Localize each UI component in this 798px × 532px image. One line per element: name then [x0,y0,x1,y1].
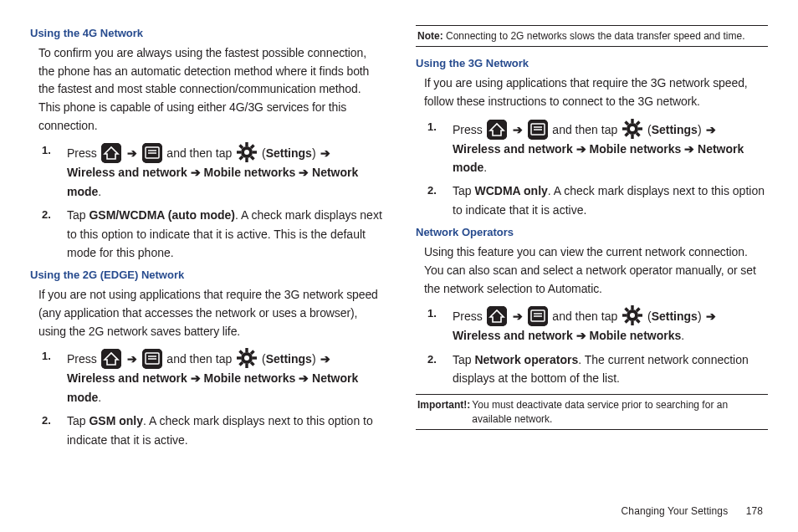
text: ) [312,352,320,366]
text: ) [698,123,705,136]
note-text: Connecting to 2G networks slows the data… [443,30,745,42]
menu-icon [528,306,548,326]
page-footer: Changing Your Settings 178 [622,505,763,517]
steps-4g: Press ➔ and then tap (Settings) ➔ Wirele… [38,141,382,262]
menu-icon [528,120,548,140]
home-icon [487,120,507,140]
heading-4g: Using the 4G Network [30,27,382,39]
important-label: Important!: [417,398,472,425]
text: Press [453,309,486,323]
text: ) [698,309,705,323]
option-label: GSM only [89,414,143,427]
nav-chain: Wireless and network ➔ Mobile networks ➔… [67,371,358,403]
text: and then tap [166,352,235,366]
text: and then tap [552,309,621,323]
arrow-icon: ➔ [513,307,523,325]
option-label: Network operators [474,353,578,366]
heading-netops: Network Operators [416,226,768,238]
option-label: WCDMA only [474,184,547,197]
arrow-icon: ➔ [513,120,523,139]
page-number: 178 [746,505,763,517]
step-4g-2: Tap GSM/WCDMA (auto mode). A check mark … [67,206,382,262]
step-2g-1: Press ➔ and then tap (Settings) ➔ Wirele… [67,347,382,407]
step-2g-2: Tap GSM only. A check mark displays next… [67,412,382,449]
arrow-icon: ➔ [320,144,330,162]
para-2g: If you are not using applications that r… [38,286,382,340]
home-icon [487,306,507,326]
home-icon [101,349,121,369]
text: and then tap [166,146,235,160]
right-column: Note: Connecting to 2G networks slows th… [399,25,768,519]
text: Tap [453,184,474,197]
text: Press [67,352,100,366]
heading-2g: Using the 2G (EDGE) Network [30,269,382,281]
steps-netops: Press ➔ and then tap (Settings) ➔ Wirele… [424,304,768,387]
text: Press [67,146,100,160]
gear-icon [622,304,643,326]
para-3g: If you are using applications that requi… [424,74,768,110]
important-callout: Important!: You must deactivate data ser… [416,394,768,429]
settings-label: Settings [266,146,312,160]
nav-chain: Wireless and network ➔ Mobile networks [453,329,681,342]
step-netops-1: Press ➔ and then tap (Settings) ➔ Wirele… [453,304,768,345]
note-label: Note: [417,30,443,42]
text: Tap [67,208,89,222]
text: Press [453,123,486,136]
text: . [681,329,684,342]
step-3g-2: Tap WCDMA only. A check mark displays ne… [453,182,768,219]
chapter-title: Changing Your Settings [622,505,729,517]
important-text: You must deactivate data service prior t… [472,398,766,425]
steps-2g: Press ➔ and then tap (Settings) ➔ Wirele… [38,347,382,449]
menu-icon [142,143,162,163]
heading-3g: Using the 3G Network [416,57,768,69]
para-4g: To confirm you are always using the fast… [38,44,382,135]
arrow-icon: ➔ [706,120,716,139]
option-label: GSM/WCDMA (auto mode) [89,208,234,222]
gear-icon [622,118,643,140]
settings-label: Settings [652,123,698,136]
settings-label: Settings [266,352,312,366]
note-callout: Note: Connecting to 2G networks slows th… [416,25,768,47]
gear-icon [236,141,258,163]
text: Tap [453,353,474,366]
menu-icon [142,349,162,369]
arrow-icon: ➔ [706,307,716,325]
text: Tap [67,414,89,427]
text: . [483,161,487,174]
step-3g-1: Press ➔ and then tap (Settings) ➔ Wirele… [453,118,768,177]
text: and then tap [552,123,621,136]
page: Using the 4G Network To confirm you are … [0,0,798,532]
home-icon [101,143,121,163]
nav-chain: Wireless and network ➔ Mobile networks ➔… [453,142,744,174]
gear-icon [236,347,258,369]
arrow-icon: ➔ [320,350,330,368]
arrow-icon: ➔ [127,350,137,368]
para-netops: Using this feature you can view the curr… [424,243,768,298]
step-4g-1: Press ➔ and then tap (Settings) ➔ Wirele… [67,141,382,201]
step-netops-2: Tap Network operators. The current netwo… [453,350,768,388]
text: . [98,185,101,198]
left-column: Using the 4G Network To confirm you are … [30,25,399,519]
steps-3g: Press ➔ and then tap (Settings) ➔ Wirele… [424,118,768,220]
settings-label: Settings [652,309,698,323]
text: . [98,391,101,404]
nav-chain: Wireless and network ➔ Mobile networks ➔… [67,166,358,197]
text: ) [312,146,320,160]
arrow-icon: ➔ [127,144,137,162]
